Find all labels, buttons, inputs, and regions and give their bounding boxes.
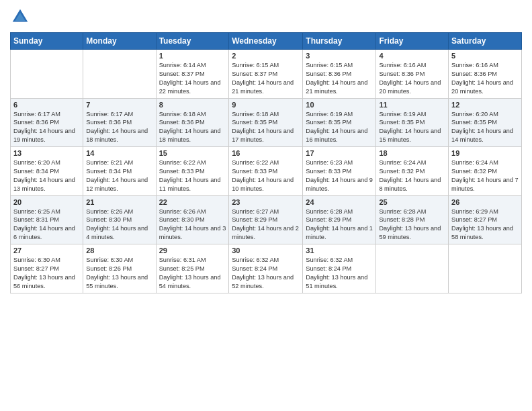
week-row-3: 13Sunrise: 6:20 AMSunset: 8:34 PMDayligh… xyxy=(11,147,522,196)
day-info: Sunrise: 6:20 AMSunset: 8:35 PMDaylight:… xyxy=(451,110,519,145)
day-number: 20 xyxy=(13,198,80,206)
day-info: Sunrise: 6:18 AMSunset: 8:35 PMDaylight:… xyxy=(232,110,300,145)
day-cell: 1Sunrise: 6:14 AMSunset: 8:37 PMDaylight… xyxy=(156,50,229,99)
day-number: 23 xyxy=(232,198,300,206)
day-info: Sunrise: 6:31 AMSunset: 8:25 PMDaylight:… xyxy=(159,256,226,291)
day-info: Sunrise: 6:30 AMSunset: 8:27 PMDaylight:… xyxy=(13,256,80,291)
day-info: Sunrise: 6:16 AMSunset: 8:36 PMDaylight:… xyxy=(451,61,519,96)
day-number: 22 xyxy=(159,198,226,206)
day-number: 7 xyxy=(86,101,152,109)
day-number: 2 xyxy=(232,52,300,60)
day-info: Sunrise: 6:32 AMSunset: 8:24 PMDaylight:… xyxy=(232,256,300,291)
day-cell: 25Sunrise: 6:28 AMSunset: 8:28 PMDayligh… xyxy=(376,195,449,244)
day-number: 13 xyxy=(13,149,80,157)
day-cell: 24Sunrise: 6:28 AMSunset: 8:29 PMDayligh… xyxy=(303,195,376,244)
day-number: 3 xyxy=(306,52,373,60)
day-number: 21 xyxy=(86,198,152,206)
day-cell: 22Sunrise: 6:26 AMSunset: 8:30 PMDayligh… xyxy=(156,195,229,244)
day-cell: 15Sunrise: 6:22 AMSunset: 8:33 PMDayligh… xyxy=(156,147,229,196)
day-number: 26 xyxy=(451,198,519,206)
day-number: 24 xyxy=(306,198,373,206)
day-number: 10 xyxy=(306,101,373,109)
day-info: Sunrise: 6:28 AMSunset: 8:29 PMDaylight:… xyxy=(306,208,373,242)
day-info: Sunrise: 6:28 AMSunset: 8:28 PMDaylight:… xyxy=(379,208,445,242)
day-info: Sunrise: 6:32 AMSunset: 8:24 PMDaylight:… xyxy=(306,256,373,291)
day-cell: 11Sunrise: 6:19 AMSunset: 8:35 PMDayligh… xyxy=(376,98,449,147)
day-cell: 23Sunrise: 6:27 AMSunset: 8:29 PMDayligh… xyxy=(229,195,303,244)
day-info: Sunrise: 6:19 AMSunset: 8:35 PMDaylight:… xyxy=(379,110,445,145)
day-info: Sunrise: 6:27 AMSunset: 8:29 PMDaylight:… xyxy=(232,208,300,242)
day-info: Sunrise: 6:14 AMSunset: 8:37 PMDaylight:… xyxy=(159,61,226,96)
weekday-header-friday: Friday xyxy=(376,33,449,50)
day-info: Sunrise: 6:30 AMSunset: 8:26 PMDaylight:… xyxy=(86,256,152,291)
day-cell: 18Sunrise: 6:24 AMSunset: 8:32 PMDayligh… xyxy=(376,147,449,196)
day-info: Sunrise: 6:17 AMSunset: 8:36 PMDaylight:… xyxy=(13,110,80,145)
day-cell: 3Sunrise: 6:15 AMSunset: 8:36 PMDaylight… xyxy=(303,50,376,99)
day-number: 18 xyxy=(379,149,445,157)
day-cell: 14Sunrise: 6:21 AMSunset: 8:34 PMDayligh… xyxy=(83,147,156,196)
day-number: 29 xyxy=(159,246,226,255)
day-cell: 12Sunrise: 6:20 AMSunset: 8:35 PMDayligh… xyxy=(449,98,522,147)
day-cell: 17Sunrise: 6:23 AMSunset: 8:33 PMDayligh… xyxy=(303,147,376,196)
day-number: 27 xyxy=(13,246,80,255)
day-info: Sunrise: 6:29 AMSunset: 8:27 PMDaylight:… xyxy=(451,208,519,242)
day-number: 12 xyxy=(451,101,519,109)
header xyxy=(10,7,522,27)
day-number: 31 xyxy=(306,246,373,255)
day-cell xyxy=(83,50,156,99)
day-cell: 8Sunrise: 6:18 AMSunset: 8:36 PMDaylight… xyxy=(156,98,229,147)
weekday-header-tuesday: Tuesday xyxy=(156,33,229,50)
day-cell: 28Sunrise: 6:30 AMSunset: 8:26 PMDayligh… xyxy=(83,244,156,293)
day-cell xyxy=(376,244,449,293)
day-cell: 16Sunrise: 6:22 AMSunset: 8:33 PMDayligh… xyxy=(229,147,303,196)
day-number: 15 xyxy=(159,149,226,157)
day-info: Sunrise: 6:26 AMSunset: 8:30 PMDaylight:… xyxy=(86,208,152,242)
day-number: 25 xyxy=(379,198,445,206)
day-info: Sunrise: 6:18 AMSunset: 8:36 PMDaylight:… xyxy=(159,110,226,145)
logo-icon xyxy=(10,7,30,27)
day-number: 30 xyxy=(232,246,300,255)
day-cell: 20Sunrise: 6:25 AMSunset: 8:31 PMDayligh… xyxy=(11,195,83,244)
day-cell: 5Sunrise: 6:16 AMSunset: 8:36 PMDaylight… xyxy=(449,50,522,99)
week-row-2: 6Sunrise: 6:17 AMSunset: 8:36 PMDaylight… xyxy=(11,98,522,147)
day-number: 28 xyxy=(86,246,152,255)
weekday-header-monday: Monday xyxy=(83,33,156,50)
day-number: 8 xyxy=(159,101,226,109)
page: SundayMondayTuesdayWednesdayThursdayFrid… xyxy=(0,0,532,411)
week-row-1: 1Sunrise: 6:14 AMSunset: 8:37 PMDaylight… xyxy=(11,50,522,99)
weekday-header-saturday: Saturday xyxy=(449,33,522,50)
day-number: 14 xyxy=(86,149,152,157)
day-info: Sunrise: 6:15 AMSunset: 8:36 PMDaylight:… xyxy=(306,61,373,96)
day-number: 19 xyxy=(451,149,519,157)
day-cell: 19Sunrise: 6:24 AMSunset: 8:32 PMDayligh… xyxy=(449,147,522,196)
day-cell: 21Sunrise: 6:26 AMSunset: 8:30 PMDayligh… xyxy=(83,195,156,244)
day-number: 1 xyxy=(159,52,226,60)
day-cell: 4Sunrise: 6:16 AMSunset: 8:36 PMDaylight… xyxy=(376,50,449,99)
day-info: Sunrise: 6:22 AMSunset: 8:33 PMDaylight:… xyxy=(159,158,226,193)
day-info: Sunrise: 6:21 AMSunset: 8:34 PMDaylight:… xyxy=(86,158,152,193)
day-cell xyxy=(449,244,522,293)
day-cell: 6Sunrise: 6:17 AMSunset: 8:36 PMDaylight… xyxy=(11,98,83,147)
day-cell: 27Sunrise: 6:30 AMSunset: 8:27 PMDayligh… xyxy=(11,244,83,293)
day-cell: 9Sunrise: 6:18 AMSunset: 8:35 PMDaylight… xyxy=(229,98,303,147)
day-info: Sunrise: 6:26 AMSunset: 8:30 PMDaylight:… xyxy=(159,208,226,242)
day-number: 17 xyxy=(306,149,373,157)
weekday-header-thursday: Thursday xyxy=(303,33,376,50)
day-info: Sunrise: 6:24 AMSunset: 8:32 PMDaylight:… xyxy=(379,158,445,193)
day-number: 11 xyxy=(379,101,445,109)
day-cell: 2Sunrise: 6:15 AMSunset: 8:37 PMDaylight… xyxy=(229,50,303,99)
day-cell: 31Sunrise: 6:32 AMSunset: 8:24 PMDayligh… xyxy=(303,244,376,293)
day-number: 4 xyxy=(379,52,445,60)
day-cell: 29Sunrise: 6:31 AMSunset: 8:25 PMDayligh… xyxy=(156,244,229,293)
day-cell: 10Sunrise: 6:19 AMSunset: 8:35 PMDayligh… xyxy=(303,98,376,147)
day-info: Sunrise: 6:24 AMSunset: 8:32 PMDaylight:… xyxy=(451,158,519,193)
day-info: Sunrise: 6:25 AMSunset: 8:31 PMDaylight:… xyxy=(13,208,80,242)
day-info: Sunrise: 6:17 AMSunset: 8:36 PMDaylight:… xyxy=(86,110,152,145)
weekday-header-wednesday: Wednesday xyxy=(229,33,303,50)
day-number: 6 xyxy=(13,101,80,109)
day-info: Sunrise: 6:16 AMSunset: 8:36 PMDaylight:… xyxy=(379,61,445,96)
day-number: 9 xyxy=(232,101,300,109)
day-cell: 30Sunrise: 6:32 AMSunset: 8:24 PMDayligh… xyxy=(229,244,303,293)
day-cell: 26Sunrise: 6:29 AMSunset: 8:27 PMDayligh… xyxy=(449,195,522,244)
day-info: Sunrise: 6:23 AMSunset: 8:33 PMDaylight:… xyxy=(306,158,373,193)
